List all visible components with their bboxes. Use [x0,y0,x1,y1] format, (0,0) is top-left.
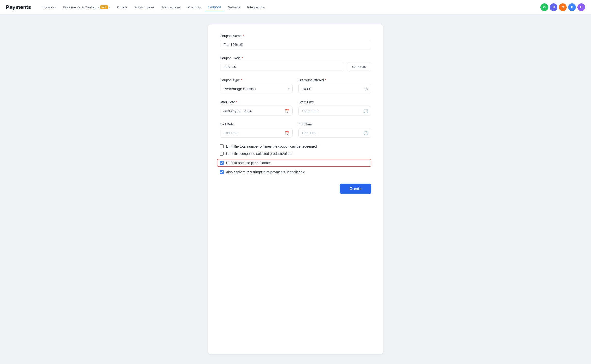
new-badge: New [100,5,108,9]
avatar-3[interactable]: B [568,3,576,11]
nav-label-orders: Orders [117,5,127,9]
required-star-2: * [242,56,243,60]
main-content: Coupon Name * Coupon Code * Generate Cou… [0,15,591,364]
checkbox-limit-products[interactable]: Limit this coupon to selected products/o… [220,152,371,156]
discount-offered-group: Discount Offered * % [298,78,371,93]
form-footer: Create [220,184,371,194]
checkbox-recurring-label: Also apply to recurring/future payments,… [226,170,305,174]
nav-item-settings[interactable]: Settings [225,3,243,11]
start-date-time-row: Start Date * 📅 Start Time 🕐 [220,100,371,116]
avatar-0[interactable]: G [540,3,548,11]
checkbox-limit-one-use-label: Limit to one use per customer [226,161,271,165]
end-time-input[interactable] [298,128,371,138]
coupon-type-label: Coupon Type * [220,78,293,82]
coupon-code-label: Coupon Code * [220,56,371,60]
checkbox-limit-total[interactable]: Limit the total number of times the coup… [220,144,371,148]
coupon-type-select[interactable]: Percentage Coupon Fixed Amount Coupon [220,84,293,93]
nav-item-orders[interactable]: Orders [114,3,130,11]
chevron-down-icon-2: ▾ [109,6,110,8]
start-time-label: Start Time [298,100,371,104]
avatar-4[interactable]: U [577,3,585,11]
nav-item-integrations[interactable]: Integrations [244,3,268,11]
required-star-4: * [325,78,326,82]
nav-item-subscriptions[interactable]: Subscriptions [131,3,158,11]
nav-label-coupons: Coupons [208,5,221,9]
start-date-input-wrapper: 📅 [220,106,293,116]
start-date-label: Start Date * [220,100,293,104]
avatar-2[interactable]: O [559,3,567,11]
nav-label-subscriptions: Subscriptions [134,5,155,9]
topbar: Payments Invoices ▾ Documents & Contract… [0,0,591,15]
required-star-3: * [241,78,242,82]
checkbox-limit-one-use[interactable]: Limit to one use per customer [217,159,371,167]
checkbox-recurring-input[interactable] [220,170,224,174]
start-date-group: Start Date * 📅 [220,100,293,116]
required-star: * [243,34,244,38]
nav-item-products[interactable]: Products [185,3,204,11]
start-time-input[interactable] [298,106,371,116]
nav-label-products: Products [187,5,201,9]
checkbox-limit-products-input[interactable] [220,152,224,156]
checkbox-limit-products-label: Limit this coupon to selected products/o… [226,152,292,156]
end-time-input-wrapper: 🕐 [298,128,371,138]
coupon-name-label: Coupon Name * [220,34,371,38]
checkbox-recurring[interactable]: Also apply to recurring/future payments,… [220,170,371,174]
end-date-input-wrapper: 📅 [220,128,293,138]
nav-item-invoices[interactable]: Invoices ▾ [39,3,59,11]
avatar-1[interactable]: N [550,3,557,11]
coupon-name-group: Coupon Name * [220,34,371,49]
end-date-time-row: End Date 📅 End Time 🕐 [220,122,371,138]
chevron-down-icon: ▾ [55,6,56,8]
nav-label-settings: Settings [228,5,240,9]
create-button[interactable]: Create [340,184,371,194]
required-star-5: * [236,100,237,104]
nav-label-transactions: Transactions [161,5,181,9]
end-time-group: End Time 🕐 [298,122,371,138]
coupon-code-input[interactable] [220,62,344,71]
end-time-label: End Time [298,122,371,126]
nav-label-documents: Documents & Contracts [63,5,99,9]
nav-item-documents[interactable]: Documents & Contracts New ▾ [60,3,113,11]
nav: Invoices ▾ Documents & Contracts New ▾ O… [39,3,540,11]
start-time-group: Start Time 🕐 [298,100,371,116]
discount-input-wrapper: % [298,84,371,93]
nav-label-invoices: Invoices [42,5,54,9]
brand-title: Payments [6,4,31,10]
type-discount-row: Coupon Type * Percentage Coupon Fixed Am… [220,78,371,93]
coupon-type-select-wrapper: Percentage Coupon Fixed Amount Coupon ▾ [220,84,293,93]
nav-label-integrations: Integrations [247,5,265,9]
coupon-form-card: Coupon Name * Coupon Code * Generate Cou… [208,24,383,354]
coupon-code-group: Coupon Code * Generate [220,56,371,71]
avatar-group: G N O B U [540,3,585,11]
checkbox-limit-total-label: Limit the total number of times the coup… [226,144,317,148]
generate-button[interactable]: Generate [347,62,371,71]
discount-suffix: % [365,87,368,91]
coupon-type-group: Coupon Type * Percentage Coupon Fixed Am… [220,78,293,93]
coupon-name-input[interactable] [220,40,371,49]
discount-offered-label: Discount Offered * [298,78,371,82]
nav-item-coupons[interactable]: Coupons [205,3,224,11]
checkboxes-section: Limit the total number of times the coup… [220,144,371,174]
checkbox-limit-one-use-input[interactable] [220,161,224,165]
checkbox-limit-total-input[interactable] [220,144,224,148]
start-time-input-wrapper: 🕐 [298,106,371,116]
coupon-code-row: Generate [220,62,371,71]
end-date-label: End Date [220,122,293,126]
start-date-input[interactable] [220,106,293,116]
nav-item-transactions[interactable]: Transactions [159,3,184,11]
discount-input[interactable] [298,84,371,93]
end-date-group: End Date 📅 [220,122,293,138]
end-date-input[interactable] [220,128,293,138]
